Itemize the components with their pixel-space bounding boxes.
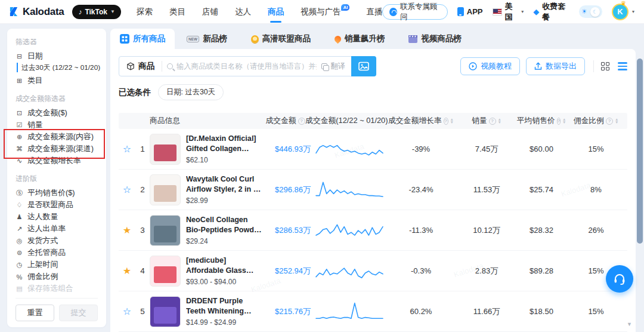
platform-selector[interactable]: ♪ TikTok ▼	[72, 5, 121, 19]
user-menu[interactable]: ♛ K ▾	[612, 4, 634, 20]
video-tutorial-button[interactable]: 视频教程	[460, 57, 520, 75]
sidebar-footer: 重置 提交	[16, 298, 98, 321]
managed-icon: ⊜	[16, 249, 23, 257]
consult-advisor-button[interactable]: 联系专属顾问	[382, 4, 447, 20]
table-row[interactable]: ☆ 5 DRDENT Purple Teeth Whitening Strips…	[119, 291, 627, 332]
col-product-info[interactable]: 商品信息	[150, 116, 263, 126]
tab-new-products[interactable]: NEW 新品榜	[175, 29, 239, 49]
sort-icon[interactable]: ▲▼	[615, 118, 618, 124]
kalodata-logo[interactable]: Kalodata	[8, 6, 64, 18]
help-icon[interactable]: ?	[557, 118, 561, 125]
nav-item-creator[interactable]: 达人	[235, 7, 251, 17]
scroll-down-icon[interactable]: ▼	[627, 321, 632, 327]
sidebar-item[interactable]: ↗达人出单率	[16, 223, 98, 235]
help-icon[interactable]: ?	[489, 118, 496, 125]
tab-all-products[interactable]: 所有商品	[110, 29, 175, 49]
favorite-star[interactable]: ★	[119, 225, 135, 236]
search-input[interactable]	[177, 62, 317, 70]
theme-toggle[interactable]: ☀ ☾	[579, 5, 602, 18]
list-view-icon[interactable]	[618, 62, 627, 70]
tab-sales-surge[interactable]: 销量飙升榜	[323, 29, 397, 49]
product-image[interactable]	[150, 215, 181, 246]
translate-button[interactable]: 翻译	[321, 62, 351, 72]
app-download-button[interactable]: APP	[457, 7, 483, 16]
help-icon[interactable]: ?	[606, 118, 613, 125]
date-filter-value[interactable]: 过去30天 (12/22 ~ 01/20)	[17, 63, 98, 72]
sidebar-item[interactable]: ⊡成交金额($)	[16, 107, 98, 119]
sidebar-item[interactable]: ♟达人数量	[16, 211, 98, 223]
table-row[interactable]: ☆ 1 [Dr.Melaxin Official] Gifted Collage…	[119, 129, 627, 170]
sidebar-item-label: 发货方式	[27, 236, 58, 246]
favorite-star[interactable]: ★	[119, 265, 135, 276]
col-sales[interactable]: 销量 ? ▲▼	[454, 116, 519, 126]
nav-item-live[interactable]: 直播	[366, 7, 382, 17]
product-cell[interactable]: Wavytalk Cool Curl Airflow Styler, 2 in …	[150, 174, 263, 205]
product-title[interactable]: Wavytalk Cool Curl Airflow Styler, 2 in …	[186, 174, 263, 195]
nav-item-product[interactable]: 商品	[268, 7, 284, 17]
col-gmv-trend[interactable]: 成交金额(12/22 ~ 01/20) ▲▼	[311, 116, 388, 126]
help-icon[interactable]: ?	[444, 118, 448, 125]
sidebar-item[interactable]: ◷上架时间	[16, 259, 98, 270]
col-commission[interactable]: 佣金比例 ? ▲▼	[564, 116, 628, 126]
image-search-button[interactable]	[351, 56, 376, 76]
product-title[interactable]: DRDENT Purple Teeth Whitening Strips - 7…	[186, 296, 263, 316]
region-selector[interactable]: 美国 ▾	[493, 1, 524, 23]
product-cell[interactable]: DRDENT Purple Teeth Whitening Strips - 7…	[150, 296, 263, 327]
reset-button[interactable]: 重置	[16, 305, 54, 321]
data-export-button[interactable]: 数据导出	[526, 57, 585, 75]
search-type-selector[interactable]: 商品	[119, 61, 162, 72]
filter-chip-date[interactable]: 日期: 过去30天	[158, 84, 224, 100]
col-gmv-growth[interactable]: 成交金额增长率 ? ▲▼	[388, 116, 454, 126]
product-info: [medicube] Affordable Glass Glow Skincar…	[186, 256, 263, 286]
favorite-star[interactable]: ☆	[119, 184, 135, 195]
product-cell[interactable]: [medicube] Affordable Glass Glow Skincar…	[150, 256, 263, 287]
sidebar-item[interactable]: %佣金比例	[16, 271, 98, 282]
nav-item-video-ads[interactable]: 视频与广告AI	[301, 7, 350, 17]
nav-item-explore[interactable]: 探索	[137, 7, 153, 17]
kalodata-logo-icon	[8, 6, 20, 17]
product-image[interactable]	[150, 134, 181, 165]
sidebar-item[interactable]: ⊜全托管商品	[16, 247, 98, 259]
favorite-star[interactable]: ☆	[119, 143, 135, 155]
table-row[interactable]: ★ 3 NeoCell Collagen Bio-Peptides Powder…	[119, 210, 627, 251]
search-row: 商品 翻译	[119, 56, 627, 76]
favorite-star[interactable]: ☆	[119, 306, 135, 317]
nav-item-shop[interactable]: 店铺	[202, 7, 218, 17]
sidebar-item[interactable]: ⊕成交金额来源(内容)	[16, 131, 98, 143]
sidebar-item[interactable]: ⊞类目	[16, 75, 98, 87]
col-gmv[interactable]: 成交金额 ? ▲▼	[263, 116, 311, 126]
submit-button[interactable]: 提交	[59, 305, 98, 321]
sidebar-item[interactable]: ⓢ平均销售价($)	[16, 187, 98, 199]
tab-video-products[interactable]: 视频商品榜	[397, 29, 473, 49]
avg-price-value: $89.28	[519, 266, 564, 275]
sidebar-item[interactable]: ▤保存筛选组合	[16, 283, 98, 294]
grid-view-icon[interactable]	[601, 62, 609, 70]
tab-high-potential[interactable]: 高潜联盟商品	[239, 29, 323, 49]
sidebar-item[interactable]: ⊟日期	[16, 51, 98, 62]
gmv-trend-sparkline	[311, 137, 388, 162]
toolbar-actions: 视频教程 数据导出	[454, 57, 627, 75]
product-title[interactable]: [medicube] Affordable Glass Glow Skincar…	[186, 256, 263, 276]
product-image[interactable]	[150, 256, 181, 287]
sidebar-item[interactable]: ☑销量	[16, 119, 98, 131]
product-image[interactable]	[150, 296, 181, 327]
product-price: $28.99	[186, 196, 263, 205]
sort-icon[interactable]: ▲▼	[498, 118, 501, 124]
table-row[interactable]: ☆ 2 Wavytalk Cool Curl Airflow Styler, 2…	[119, 170, 627, 210]
sidebar-item[interactable]: ◎发货方式	[16, 235, 98, 247]
sidebar-item[interactable]: ⌘成交金额来源(渠道)	[16, 143, 98, 155]
sidebar-item[interactable]: ♢是否联盟商品	[16, 199, 98, 211]
pricing-plan-button[interactable]: ◆ 收费套餐	[533, 1, 569, 23]
product-title[interactable]: [Dr.Melaxin Official] Gifted Collagen Bo…	[186, 134, 263, 154]
customer-support-button[interactable]	[606, 265, 633, 293]
sidebar-item[interactable]: ∿成交金额增长率	[16, 155, 98, 167]
col-avg-price[interactable]: 平均销售价 ? ▲▼	[519, 116, 564, 126]
product-image[interactable]	[150, 174, 181, 205]
product-cell[interactable]: NeoCell Collagen Bio-Peptides Powder 20o…	[150, 215, 263, 246]
nav-item-category[interactable]: 类目	[169, 7, 185, 17]
scrollbar-thumb[interactable]	[637, 59, 643, 244]
table-row[interactable]: ★ 4 [medicube] Affordable Glass Glow Ski…	[119, 251, 627, 291]
product-cell[interactable]: [Dr.Melaxin Official] Gifted Collagen Bo…	[150, 134, 263, 165]
product-title[interactable]: NeoCell Collagen Bio-Peptides Powder 20o…	[186, 215, 263, 235]
help-icon[interactable]: ?	[298, 118, 305, 125]
